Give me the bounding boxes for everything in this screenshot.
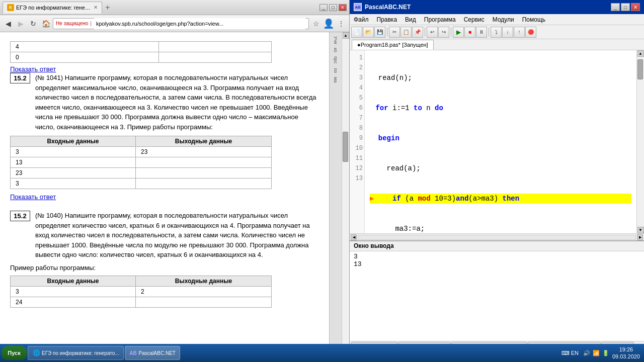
minimize-button[interactable]: _ (319, 4, 328, 11)
window-controls: _ □ ✕ (319, 4, 347, 11)
browser-tab-active[interactable]: E ЕГЭ по информатике: генерато... ✕ (3, 2, 102, 14)
table-row: 3 (11, 178, 136, 189)
show-answer-2[interactable]: Показать ответ (10, 193, 319, 201)
back-button[interactable]: ◀ (3, 18, 14, 29)
menu-modules[interactable]: Модули (489, 15, 518, 24)
menu-view[interactable]: Вид (401, 15, 420, 24)
problem-block-2: 15.2 (№ 1040) Напишите программу, котора… (10, 211, 319, 308)
editor-vscrollbar[interactable]: ▲ ▼ (636, 50, 644, 233)
keyboard-icon: ⌨ (561, 349, 570, 357)
volume-icon[interactable]: 🔊 (583, 349, 591, 357)
tool-step-out[interactable]: ↑ (514, 27, 525, 38)
refresh-button[interactable]: ↻ (28, 18, 39, 29)
tool-step-over[interactable]: ⤵ (491, 27, 502, 38)
tool-stop[interactable]: ■ (464, 27, 475, 38)
table-row: 13 (11, 157, 136, 168)
system-clock: 19:26 09.03.2020 (612, 346, 640, 360)
editor-hscroll-right[interactable]: ▶ (637, 234, 643, 240)
tool-paste[interactable]: 📌 (412, 27, 423, 38)
table-row: 3 (11, 147, 136, 157)
pascal-app-icon: AB (354, 3, 362, 11)
tool-cut[interactable]: ✂ (389, 27, 400, 38)
sidebar-strip: Учи ко прс ло ма (329, 32, 342, 355)
browser-toolbar: ◀ ▶ ↻ 🏠 Не защищено | ☆ 👤 ⋮ (0, 15, 349, 32)
scroll-up[interactable]: ▲ (343, 32, 349, 39)
pascal-tabs: ●Program18.pas* [Запущен] (350, 39, 644, 50)
taskbar-browser-label: ЕГЭ по информатике: генерато... (42, 350, 119, 356)
pascal-menubar: Файл Правка Вид Программа Сервис Модули … (350, 14, 644, 25)
editor-scroll-thumb[interactable] (637, 59, 643, 79)
pascal-titlebar: AB PascalABC.NET _ □ ✕ (350, 0, 644, 14)
tool-save[interactable]: 💾 (374, 27, 385, 38)
scroll-thumb[interactable] (343, 132, 348, 162)
toolbar-sep-1 (387, 28, 387, 37)
address-bar[interactable] (94, 18, 306, 29)
taskbar-pascal-label: PascalABC.NET (139, 350, 176, 356)
profile-button[interactable]: 👤 (323, 18, 334, 29)
menu-edit[interactable]: Правка (373, 15, 401, 24)
sidebar-text-5: ма (332, 75, 340, 84)
menu-service[interactable]: Сервис (460, 15, 489, 24)
editor-hscrollbar[interactable]: ◀ ▶ (350, 233, 644, 240)
editor-hscroll-left[interactable]: ◀ (351, 234, 357, 240)
pascal-editor[interactable]: 1 2 3 4 5 6 7 8 9 10 11 12 13 read(n); (350, 50, 644, 233)
problem-table-1: Входные данные Выходные данные 3 23 13 (10, 136, 272, 189)
editor-hscroll-track[interactable] (358, 235, 636, 240)
menu-program[interactable]: Программа (420, 15, 460, 24)
browser-titlebar: E ЕГЭ по информатике: генерато... ✕ + _ … (0, 0, 349, 15)
tool-debug[interactable]: ⏸ (476, 27, 487, 38)
table-row: 2 (136, 286, 272, 297)
code-line-5-highlighted: ▶ if (a mod 10=3)and(a>ma3) then (370, 194, 631, 204)
tool-run[interactable]: ▶ (453, 27, 464, 38)
table-row: 23 (11, 168, 136, 178)
tool-copy[interactable]: 📋 (400, 27, 412, 38)
sidebar-text-1: Учи (332, 35, 340, 45)
table-row (136, 297, 272, 307)
menu-help[interactable]: Помощь (518, 15, 549, 24)
problem-text-1: (№ 1041) Напишите программу, которая в п… (35, 73, 319, 132)
table-header-in-1: Входные данные (11, 136, 136, 147)
tool-breakpoint[interactable]: 🔴 (525, 27, 536, 38)
forward-button[interactable]: ▶ (15, 18, 26, 29)
home-button[interactable]: 🏠 (40, 18, 51, 29)
tool-step-in[interactable]: ↓ (502, 27, 513, 38)
problem-text-2: (№ 1040) Напишите программу, которая в п… (35, 211, 319, 260)
tool-redo[interactable]: ↪ (438, 27, 449, 38)
taskbar-pascal-btn[interactable]: AB PascalABC.NET (125, 346, 180, 360)
editor-scroll-down[interactable]: ▼ (637, 227, 644, 233)
pascal-maximize[interactable]: □ (621, 3, 630, 11)
tool-open[interactable]: 📂 (363, 27, 374, 38)
new-tab-button[interactable]: + (102, 2, 113, 13)
menu-button[interactable]: ⋮ (336, 18, 347, 29)
close-button[interactable]: ✕ (339, 4, 347, 11)
pascal-doc-tab[interactable]: ●Program18.pas* [Запущен] (352, 40, 434, 50)
show-answer-1[interactable]: Показать ответ (10, 65, 319, 73)
not-secure-label: Не защищено (56, 21, 88, 26)
menu-file[interactable]: Файл (350, 15, 373, 24)
pascal-minimize[interactable]: _ (611, 3, 620, 11)
tool-undo[interactable]: ↩ (427, 27, 438, 38)
browser-scrollbar[interactable]: ▲ ▼ (342, 32, 349, 355)
bookmark-button[interactable]: ☆ (310, 18, 321, 29)
editor-scroll-up[interactable]: ▲ (637, 50, 644, 57)
table-row (136, 178, 272, 189)
start-button[interactable]: Пуск (2, 346, 27, 360)
tool-new[interactable]: 📄 (351, 27, 362, 38)
clock-time: 19:26 (612, 346, 640, 353)
maximize-button[interactable]: □ (329, 4, 337, 11)
pascal-close[interactable]: ✕ (631, 3, 640, 11)
taskbar-browser-btn[interactable]: 🌐 ЕГЭ по информатике: генерато... (28, 346, 124, 360)
taskbar: Пуск 🌐 ЕГЭ по информатике: генерато... A… (0, 344, 644, 362)
code-area[interactable]: read(n); for i:=1 to n do begin read(a);… (365, 50, 636, 233)
output-content: 3 13 (350, 251, 644, 341)
network-icon[interactable]: 📶 (592, 349, 600, 357)
toolbar-sep-3 (451, 28, 451, 37)
browser-tabs: E ЕГЭ по информатике: генерато... ✕ + (3, 2, 319, 14)
tab-close-btn[interactable]: ✕ (94, 5, 98, 10)
table-header-out-1: Выходные данные (136, 136, 272, 147)
problem-block-1: 15.2 (№ 1041) Напишите программу, котора… (10, 73, 319, 201)
output-line-2: 13 (354, 260, 640, 268)
sidebar-text-4: ло (332, 66, 340, 74)
example-label: Пример работы программы: (10, 264, 319, 272)
tab-favicon: E (7, 4, 14, 11)
